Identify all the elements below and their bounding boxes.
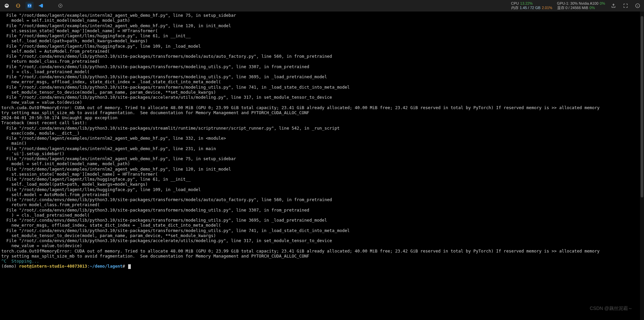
terminal-line: self.model = AutoModel.from_pretrained(: [1, 49, 639, 54]
owl-icon[interactable]: [3, 2, 11, 10]
info-icon[interactable]: [634, 2, 641, 9]
terminal-line: return model_class.from_pretrained(: [1, 202, 639, 207]
expand-icon[interactable]: [622, 2, 629, 9]
terminal-line: try setting max_split_size_mb to avoid f…: [1, 254, 639, 259]
terminal-line: self.model = AutoModel.from_pretrained(: [1, 192, 639, 197]
terminal-line: File "/root/demo/lagent/examples/internl…: [1, 156, 639, 161]
terminal-line: new_error_msgs, offload_index, state_dic…: [1, 79, 639, 84]
share-icon[interactable]: [610, 2, 617, 9]
gpu-stat: GPU-1: 30% Nvidia A100 0% 显存 0 / 24566 M…: [557, 1, 605, 9]
terminal-line: File "/root/demo/lagent/lagent/llms/hugg…: [1, 44, 639, 49]
terminal-line: File "/root/.conda/envs/demo/lib/python3…: [1, 54, 639, 59]
cpu-pct: 13.22%: [520, 1, 533, 5]
titlebar: CPU 13.22% 内存 1.45 / 72 GB 2.01% GPU-1: …: [0, 0, 644, 11]
terminal-line: set_module_tensor_to_device(model, param…: [1, 233, 639, 238]
compass-icon[interactable]: [56, 2, 64, 10]
vram-label: 显存 0 / 24566 MiB: [557, 6, 588, 10]
terminal-line: File "/root/demo/lagent/examples/internl…: [1, 136, 639, 141]
stopping-line: ^C Stopping...: [1, 259, 639, 264]
terminal-line: File "/root/demo/lagent/lagent/llms/hugg…: [1, 177, 639, 182]
resource-stats: CPU 13.22% 内存 1.45 / 72 GB 2.01% GPU-1: …: [511, 1, 605, 9]
terminal-line: File "/root/.conda/envs/demo/lib/python3…: [1, 85, 639, 90]
terminal-line: st.session_state['model_map'][model_name…: [1, 172, 639, 177]
prompt-env: (demo): [1, 264, 19, 269]
svg-point-1: [5, 5, 6, 6]
terminal-line: File "/root/.conda/envs/demo/lib/python3…: [1, 64, 639, 69]
terminal-line: self._load_model(path=path, model_kwargs…: [1, 182, 639, 187]
terminal-line: model = self.init_model(model_name, mode…: [1, 161, 639, 166]
cpu-label: CPU: [511, 1, 519, 5]
terminal-line: return model_class.from_pretrained(: [1, 59, 639, 64]
terminal-line: File "/root/demo/lagent/examples/internl…: [1, 23, 639, 28]
svg-point-2: [7, 5, 8, 6]
scrollbar[interactable]: [640, 11, 644, 320]
terminal-line: File "/root/demo/lagent/examples/internl…: [1, 146, 639, 151]
mem-pct: 2.01%: [542, 6, 552, 10]
terminal-line: new_value = value.to(device): [1, 243, 639, 248]
terminal-line: File "/root/.conda/envs/demo/lib/python3…: [1, 126, 639, 131]
terminal-line: ) = cls._load_pretrained_model(: [1, 69, 639, 74]
terminal-line: File "/root/.conda/envs/demo/lib/python3…: [1, 197, 639, 202]
terminal-line: Traceback (most recent call last):: [1, 120, 639, 125]
code-icon[interactable]: [25, 2, 34, 10]
prompt-hash: #: [122, 264, 127, 269]
terminal-line: 2024-04-01 20:50:50.174 Uncaught app exc…: [1, 115, 639, 120]
terminal-line: new_error_msgs, offload_index, state_dic…: [1, 223, 639, 228]
titlebar-left: [3, 2, 64, 10]
svg-point-0: [5, 4, 9, 8]
terminal-line: 'ui'].setup_sidebar(): [1, 151, 639, 156]
cpu-stat: CPU 13.22% 内存 1.45 / 72 GB 2.01%: [511, 1, 552, 9]
gpu-pct: 0%: [600, 1, 605, 5]
terminal-line: ) = cls._load_pretrained_model(: [1, 213, 639, 218]
scrollbar-thumb[interactable]: [641, 16, 643, 197]
terminal-line: File "/root/.conda/envs/demo/lib/python3…: [1, 95, 639, 100]
terminal-line: File "/root/.conda/envs/demo/lib/python3…: [1, 74, 639, 79]
terminal-line: File "/root/demo/lagent/examples/internl…: [1, 167, 639, 172]
terminal-line: File "/root/.conda/envs/demo/lib/python3…: [1, 218, 639, 223]
terminal-line: File "/root/demo/lagent/examples/internl…: [1, 13, 639, 18]
terminal-line: torch.cuda.OutOfMemoryError: CUDA out of…: [1, 105, 639, 110]
terminal-line: File "/root/.conda/envs/demo/lib/python3…: [1, 238, 639, 243]
terminal-line: new_value = value.to(device): [1, 100, 639, 105]
gpu-label: GPU-1: 30% Nvidia A100: [557, 1, 599, 5]
prompt-line[interactable]: (demo) root@intern-studio-40073013:~/dem…: [1, 264, 639, 269]
terminal-line: try setting max_split_size_mb to avoid f…: [1, 110, 639, 115]
terminal-line: set_module_tensor_to_device(model, param…: [1, 90, 639, 95]
terminal-line: File "/root/.conda/envs/demo/lib/python3…: [1, 228, 639, 233]
mem-used: 1.45 / 72 GB: [520, 6, 541, 10]
vscode-icon[interactable]: [37, 2, 45, 10]
mem-label: 内存: [511, 6, 519, 10]
terminal-line: model = self.init_model(model_name, mode…: [1, 18, 639, 23]
prompt-path: ~/demo/lagent: [90, 264, 122, 269]
titlebar-right: CPU 13.22% 内存 1.45 / 72 GB 2.01% GPU-1: …: [511, 1, 641, 9]
prompt-userhost: root@intern-studio-40073013: [19, 264, 87, 269]
terminal-output[interactable]: File "/root/demo/lagent/examples/internl…: [0, 11, 639, 320]
terminal-line: exec(code, module.__dict__): [1, 131, 639, 136]
terminal-line: self._load_model(path=path, model_kwargs…: [1, 38, 639, 43]
terminal-line: File "/root/demo/lagent/lagent/llms/hugg…: [1, 33, 639, 38]
terminal-line: torch.cuda.OutOfMemoryError: CUDA out of…: [1, 248, 639, 254]
terminal-line: File "/root/.conda/envs/demo/lib/python3…: [1, 208, 639, 213]
brackets-icon[interactable]: [14, 2, 22, 10]
terminal-line: st.session_state['model_map'][model_name…: [1, 28, 639, 33]
cursor: [128, 264, 131, 269]
terminal-line: File "/root/demo/lagent/lagent/llms/hugg…: [1, 187, 639, 192]
terminal-line: main(): [1, 141, 639, 146]
vram-pct: 0%: [590, 6, 595, 10]
